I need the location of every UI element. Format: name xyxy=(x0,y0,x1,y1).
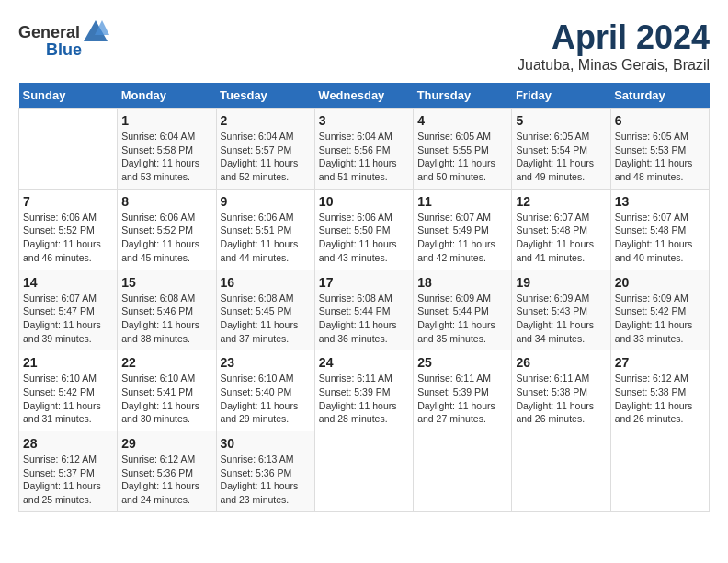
calendar-cell: 26Sunrise: 6:11 AM Sunset: 5:38 PM Dayli… xyxy=(512,350,610,431)
cell-info: Sunrise: 6:04 AM Sunset: 5:57 PM Dayligh… xyxy=(221,130,311,184)
day-number: 1 xyxy=(121,113,211,128)
calendar-cell: 27Sunrise: 6:12 AM Sunset: 5:38 PM Dayli… xyxy=(610,350,709,431)
cell-info: Sunrise: 6:10 AM Sunset: 5:41 PM Dayligh… xyxy=(121,372,211,426)
cell-info: Sunrise: 6:07 AM Sunset: 5:48 PM Dayligh… xyxy=(615,211,705,265)
calendar-cell: 25Sunrise: 6:11 AM Sunset: 5:39 PM Dayli… xyxy=(414,350,512,431)
calendar-cell: 17Sunrise: 6:08 AM Sunset: 5:44 PM Dayli… xyxy=(314,270,413,350)
calendar-cell: 15Sunrise: 6:08 AM Sunset: 5:46 PM Dayli… xyxy=(118,270,216,350)
cell-info: Sunrise: 6:07 AM Sunset: 5:49 PM Dayligh… xyxy=(417,211,507,265)
cell-info: Sunrise: 6:07 AM Sunset: 5:47 PM Dayligh… xyxy=(23,292,113,346)
calendar-cell xyxy=(610,431,709,512)
day-number: 26 xyxy=(516,355,606,370)
cell-info: Sunrise: 6:07 AM Sunset: 5:48 PM Dayligh… xyxy=(516,211,606,265)
day-number: 3 xyxy=(319,113,409,128)
cell-info: Sunrise: 6:12 AM Sunset: 5:38 PM Dayligh… xyxy=(615,372,705,426)
calendar-cell: 22Sunrise: 6:10 AM Sunset: 5:41 PM Dayli… xyxy=(118,350,216,431)
cell-info: Sunrise: 6:08 AM Sunset: 5:45 PM Dayligh… xyxy=(221,292,311,346)
main-title: April 2024 xyxy=(518,18,710,57)
cell-info: Sunrise: 6:06 AM Sunset: 5:52 PM Dayligh… xyxy=(23,211,113,265)
logo-icon xyxy=(82,18,109,46)
cell-info: Sunrise: 6:05 AM Sunset: 5:53 PM Dayligh… xyxy=(615,130,705,184)
day-number: 24 xyxy=(319,355,409,370)
col-header-thursday: Thursday xyxy=(414,83,512,109)
day-number: 25 xyxy=(417,355,507,370)
day-number: 30 xyxy=(221,436,311,451)
cell-info: Sunrise: 6:05 AM Sunset: 5:55 PM Dayligh… xyxy=(417,130,507,184)
calendar-cell: 13Sunrise: 6:07 AM Sunset: 5:48 PM Dayli… xyxy=(610,189,709,270)
cell-info: Sunrise: 6:06 AM Sunset: 5:52 PM Dayligh… xyxy=(121,211,211,265)
calendar-cell: 21Sunrise: 6:10 AM Sunset: 5:42 PM Dayli… xyxy=(19,350,118,431)
cell-info: Sunrise: 6:08 AM Sunset: 5:44 PM Dayligh… xyxy=(319,292,409,346)
calendar-cell: 18Sunrise: 6:09 AM Sunset: 5:44 PM Dayli… xyxy=(414,270,512,350)
calendar-cell: 1Sunrise: 6:04 AM Sunset: 5:58 PM Daylig… xyxy=(118,109,216,190)
calendar-cell: 3Sunrise: 6:04 AM Sunset: 5:56 PM Daylig… xyxy=(314,109,413,190)
cell-info: Sunrise: 6:04 AM Sunset: 5:56 PM Dayligh… xyxy=(319,130,409,184)
day-number: 29 xyxy=(121,436,211,451)
logo-blue-text: Blue xyxy=(46,40,82,60)
cell-info: Sunrise: 6:12 AM Sunset: 5:36 PM Dayligh… xyxy=(121,453,211,507)
subtitle: Juatuba, Minas Gerais, Brazil xyxy=(518,57,710,74)
cell-info: Sunrise: 6:04 AM Sunset: 5:58 PM Dayligh… xyxy=(121,130,211,184)
logo: General Blue xyxy=(18,18,109,60)
cell-info: Sunrise: 6:09 AM Sunset: 5:44 PM Dayligh… xyxy=(417,292,507,346)
calendar-cell: 5Sunrise: 6:05 AM Sunset: 5:54 PM Daylig… xyxy=(512,109,610,190)
day-number: 18 xyxy=(417,275,507,290)
calendar-cell: 7Sunrise: 6:06 AM Sunset: 5:52 PM Daylig… xyxy=(19,189,118,270)
col-header-tuesday: Tuesday xyxy=(216,83,314,109)
calendar-cell: 19Sunrise: 6:09 AM Sunset: 5:43 PM Dayli… xyxy=(512,270,610,350)
calendar-cell xyxy=(19,109,118,190)
day-number: 28 xyxy=(23,436,113,451)
col-header-sunday: Sunday xyxy=(19,83,118,109)
calendar-cell xyxy=(512,431,610,512)
cell-info: Sunrise: 6:11 AM Sunset: 5:39 PM Dayligh… xyxy=(319,372,409,426)
col-header-monday: Monday xyxy=(118,83,216,109)
cell-info: Sunrise: 6:06 AM Sunset: 5:50 PM Dayligh… xyxy=(319,211,409,265)
day-number: 13 xyxy=(615,194,705,209)
calendar-cell: 10Sunrise: 6:06 AM Sunset: 5:50 PM Dayli… xyxy=(314,189,413,270)
day-number: 7 xyxy=(23,194,113,209)
day-number: 15 xyxy=(121,275,211,290)
day-number: 23 xyxy=(221,355,311,370)
day-number: 8 xyxy=(121,194,211,209)
calendar-cell: 20Sunrise: 6:09 AM Sunset: 5:42 PM Dayli… xyxy=(610,270,709,350)
calendar-cell: 16Sunrise: 6:08 AM Sunset: 5:45 PM Dayli… xyxy=(216,270,314,350)
day-number: 20 xyxy=(615,275,705,290)
calendar-cell: 4Sunrise: 6:05 AM Sunset: 5:55 PM Daylig… xyxy=(414,109,512,190)
day-number: 10 xyxy=(319,194,409,209)
calendar-cell: 8Sunrise: 6:06 AM Sunset: 5:52 PM Daylig… xyxy=(118,189,216,270)
cell-info: Sunrise: 6:11 AM Sunset: 5:39 PM Dayligh… xyxy=(417,372,507,426)
cell-info: Sunrise: 6:05 AM Sunset: 5:54 PM Dayligh… xyxy=(516,130,606,184)
day-number: 5 xyxy=(516,113,606,128)
calendar-cell xyxy=(314,431,413,512)
col-header-friday: Friday xyxy=(512,83,610,109)
day-number: 22 xyxy=(121,355,211,370)
col-header-wednesday: Wednesday xyxy=(314,83,413,109)
cell-info: Sunrise: 6:10 AM Sunset: 5:42 PM Dayligh… xyxy=(23,372,113,426)
calendar-cell: 6Sunrise: 6:05 AM Sunset: 5:53 PM Daylig… xyxy=(610,109,709,190)
calendar-cell: 23Sunrise: 6:10 AM Sunset: 5:40 PM Dayli… xyxy=(216,350,314,431)
title-block: April 2024 Juatuba, Minas Gerais, Brazil xyxy=(518,18,710,74)
day-number: 14 xyxy=(23,275,113,290)
cell-info: Sunrise: 6:11 AM Sunset: 5:38 PM Dayligh… xyxy=(516,372,606,426)
calendar-cell: 24Sunrise: 6:11 AM Sunset: 5:39 PM Dayli… xyxy=(314,350,413,431)
calendar-cell: 29Sunrise: 6:12 AM Sunset: 5:36 PM Dayli… xyxy=(118,431,216,512)
day-number: 19 xyxy=(516,275,606,290)
day-number: 4 xyxy=(417,113,507,128)
day-number: 27 xyxy=(615,355,705,370)
calendar-cell: 14Sunrise: 6:07 AM Sunset: 5:47 PM Dayli… xyxy=(19,270,118,350)
cell-info: Sunrise: 6:06 AM Sunset: 5:51 PM Dayligh… xyxy=(221,211,311,265)
day-number: 6 xyxy=(615,113,705,128)
calendar-cell: 12Sunrise: 6:07 AM Sunset: 5:48 PM Dayli… xyxy=(512,189,610,270)
calendar-cell: 30Sunrise: 6:13 AM Sunset: 5:36 PM Dayli… xyxy=(216,431,314,512)
calendar-cell: 11Sunrise: 6:07 AM Sunset: 5:49 PM Dayli… xyxy=(414,189,512,270)
day-number: 17 xyxy=(319,275,409,290)
logo-general-text: General xyxy=(18,23,80,42)
cell-info: Sunrise: 6:09 AM Sunset: 5:42 PM Dayligh… xyxy=(615,292,705,346)
col-header-saturday: Saturday xyxy=(610,83,709,109)
cell-info: Sunrise: 6:12 AM Sunset: 5:37 PM Dayligh… xyxy=(23,453,113,507)
day-number: 11 xyxy=(417,194,507,209)
day-number: 9 xyxy=(221,194,311,209)
calendar-cell: 2Sunrise: 6:04 AM Sunset: 5:57 PM Daylig… xyxy=(216,109,314,190)
cell-info: Sunrise: 6:08 AM Sunset: 5:46 PM Dayligh… xyxy=(121,292,211,346)
cell-info: Sunrise: 6:09 AM Sunset: 5:43 PM Dayligh… xyxy=(516,292,606,346)
